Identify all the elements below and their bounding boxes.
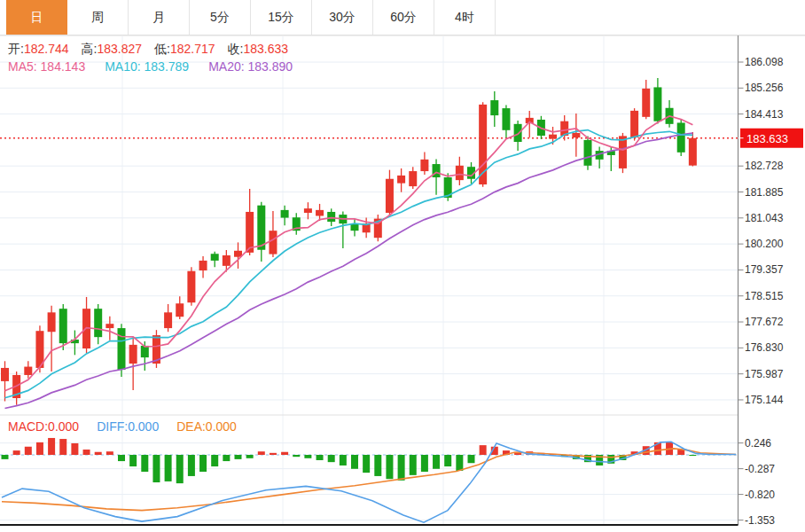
macd-readout: MACD:0.000DIFF:0.000DEA:0.000 — [8, 419, 254, 434]
price-axis-label: 184.413 — [745, 108, 784, 121]
price-axis-label: 178.515 — [745, 290, 784, 302]
timeframe-tabbar: 日周月5分15分30分60分4时 — [0, 0, 805, 35]
price-axis-label: 179.357 — [745, 263, 784, 276]
close-value: 183.633 — [243, 42, 288, 56]
close-label: 收: — [228, 42, 244, 56]
ma5-value: MA5: 184.143 — [8, 59, 85, 74]
chart-window: 日周月5分15分30分60分4时 186.098185.256184.41318… — [0, 0, 805, 532]
price-axis-label: 175.144 — [745, 394, 784, 406]
diff-value: DIFF:0.000 — [97, 419, 159, 434]
price-axis-label: 181.885 — [745, 186, 784, 199]
tab-30分[interactable]: 30分 — [312, 0, 373, 35]
high-value: 183.827 — [97, 42, 142, 56]
price-axis-label: 185.256 — [745, 82, 784, 94]
ma20-value: MA20: 183.890 — [208, 59, 293, 74]
macd-value: MACD:0.000 — [8, 419, 79, 434]
tab-5分[interactable]: 5分 — [190, 0, 251, 35]
dea-value: DEA:0.000 — [176, 419, 237, 434]
macd-axis-label: -1.353 — [745, 514, 775, 527]
ma10-value: MA10: 183.789 — [105, 59, 189, 74]
price-axis-label: 177.672 — [745, 316, 784, 328]
low-label: 低: — [154, 42, 170, 56]
price-axis-label: 180.200 — [745, 238, 784, 250]
price-axis-label: 175.987 — [745, 368, 784, 380]
chart-area: 186.098185.256184.413182.728181.885181.0… — [0, 35, 805, 532]
tab-4时[interactable]: 4时 — [434, 0, 496, 35]
ohlc-readout: 开:182.744高:183.827低:182.717收:183.633 — [8, 42, 301, 58]
open-value: 182.744 — [24, 42, 69, 56]
last-price-label: 183.633 — [746, 132, 788, 145]
price-axis-label: 186.098 — [745, 56, 784, 68]
low-value: 182.717 — [170, 42, 215, 56]
price-axis-label: 176.830 — [745, 341, 784, 354]
macd-axis-label: -0.820 — [745, 489, 775, 501]
tab-15分[interactable]: 15分 — [251, 0, 312, 35]
price-axis-label: 182.728 — [745, 160, 784, 172]
tab-60分[interactable]: 60分 — [373, 0, 434, 35]
candlestick-chart[interactable]: 186.098185.256184.413182.728181.885181.0… — [0, 35, 805, 532]
macd-axis-label: -0.287 — [745, 463, 775, 475]
tab-日[interactable]: 日 — [6, 0, 67, 35]
macd-axis-label: 0.246 — [745, 437, 771, 450]
open-label: 开: — [8, 42, 24, 56]
tab-周[interactable]: 周 — [67, 0, 129, 35]
price-axis-label: 181.043 — [745, 212, 784, 224]
tab-月[interactable]: 月 — [129, 0, 190, 35]
high-label: 高: — [82, 42, 98, 56]
ma-readout: MA5: 184.143MA10: 183.789MA20: 183.890 — [8, 59, 312, 74]
